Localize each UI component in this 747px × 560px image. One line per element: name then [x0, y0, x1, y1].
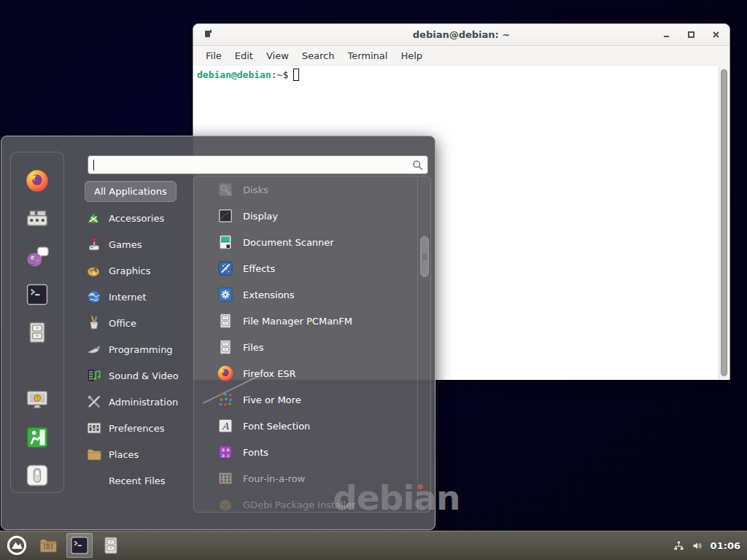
- apps-scrollbar[interactable]: [417, 176, 431, 512]
- app-firefox-esr[interactable]: Firefox ESR: [194, 360, 430, 386]
- effects-icon: [217, 260, 234, 277]
- empty-icon: [86, 472, 102, 489]
- favorite-mixer-button[interactable]: [25, 206, 50, 231]
- category-label: Games: [109, 239, 142, 250]
- menubar-item-file[interactable]: File: [199, 49, 228, 63]
- terminal-scrollbar[interactable]: [719, 66, 729, 379]
- minimize-button[interactable]: [662, 30, 671, 39]
- five-or-more-icon: [217, 391, 234, 408]
- apps-scrollbar-thumb[interactable]: [420, 236, 429, 277]
- prompt-user-host: debian@debian: [197, 69, 271, 80]
- logout-icon: [25, 425, 50, 450]
- app-effects[interactable]: Effects: [194, 255, 430, 281]
- category-games[interactable]: Games: [83, 231, 193, 257]
- category-places[interactable]: Places: [83, 441, 193, 467]
- prompt-colon: :: [271, 69, 277, 80]
- app-label: File Manager PCManFM: [243, 316, 352, 327]
- favorite-files-button[interactable]: [25, 320, 50, 345]
- app-label: Font Selection: [243, 421, 310, 432]
- extensions-icon: [217, 286, 234, 303]
- category-programming[interactable]: Programming: [83, 336, 193, 362]
- prompt-dollar: $: [282, 69, 288, 80]
- app-label: Effects: [243, 263, 275, 274]
- taskbar-menu-launcher-button[interactable]: [4, 533, 30, 558]
- prompt-path: ~: [277, 69, 283, 80]
- taskbar-tray: 01:06: [673, 540, 747, 552]
- app-four-in-a-row[interactable]: Four-in-a-row: [194, 465, 430, 491]
- terminal-cursor: [293, 69, 299, 81]
- app-display[interactable]: Display: [194, 203, 430, 229]
- terminal-menubar: FileEditViewSearchTerminalHelp: [193, 46, 729, 66]
- category-label: Recent Files: [109, 475, 166, 486]
- terminal-scrollbar-thumb[interactable]: [721, 69, 727, 376]
- favorite-logout-button[interactable]: [25, 425, 50, 450]
- category-label: Graphics: [109, 265, 150, 276]
- window-controls: [662, 24, 721, 45]
- app-extensions[interactable]: Extensions: [194, 281, 430, 308]
- category-label: Office: [109, 318, 136, 329]
- app-label: Document Scanner: [243, 237, 334, 248]
- shutdown-icon: [25, 463, 50, 488]
- taskbar: [D] 01:06: [0, 530, 747, 560]
- screensaver-icon: ?: [25, 387, 50, 412]
- search-input[interactable]: [88, 156, 427, 174]
- favorite-screensaver-button[interactable]: ?: [25, 387, 50, 412]
- app-files[interactable]: Files: [194, 334, 430, 360]
- gdebi-icon: [217, 496, 234, 513]
- app-label: Files: [243, 342, 264, 353]
- office-icon: [86, 315, 102, 331]
- app-five-or-more[interactable]: Five or More: [194, 386, 430, 413]
- menubar-item-edit[interactable]: Edit: [228, 49, 260, 63]
- volume-icon[interactable]: [692, 540, 704, 552]
- places-icon: [86, 446, 102, 462]
- all-applications-button[interactable]: All Applications: [85, 181, 177, 202]
- category-accessories[interactable]: Accessories: [83, 205, 193, 231]
- app-label: Extensions: [243, 289, 295, 300]
- taskbar-file-manager-button[interactable]: [D]: [35, 533, 61, 558]
- category-label: Sound & Video: [109, 370, 179, 381]
- category-administration[interactable]: Administration: [83, 389, 193, 415]
- app-gdebi-package-installer[interactable]: GDebi Package Installer: [194, 491, 430, 513]
- search-box: [88, 155, 428, 174]
- menubar-item-view[interactable]: View: [260, 49, 295, 63]
- favorite-shutdown-button[interactable]: [25, 463, 50, 488]
- category-graphics[interactable]: Graphics: [83, 257, 193, 284]
- taskbar-terminal-button[interactable]: [66, 533, 93, 558]
- favorite-firefox-button[interactable]: [25, 168, 50, 193]
- app-fonts[interactable]: aaaaFonts: [194, 439, 430, 465]
- administration-icon: [86, 394, 102, 410]
- menubar-item-terminal[interactable]: Terminal: [341, 49, 394, 63]
- display-icon: [217, 207, 234, 225]
- internet-icon: [86, 289, 102, 305]
- app-font-selection[interactable]: AFont Selection: [194, 413, 430, 439]
- menubar-item-search[interactable]: Search: [295, 49, 341, 63]
- close-button[interactable]: [711, 30, 721, 39]
- maximize-button[interactable]: [686, 30, 696, 39]
- taskbar-files-button[interactable]: [98, 533, 124, 558]
- preferences-icon: [86, 420, 102, 436]
- app-document-scanner[interactable]: Document Scanner: [194, 229, 430, 255]
- taskbar-clock: 01:06: [711, 540, 740, 551]
- category-label: Internet: [109, 292, 147, 303]
- network-icon[interactable]: [673, 540, 685, 552]
- category-office[interactable]: Office: [83, 310, 193, 336]
- category-recent-files[interactable]: Recent Files: [83, 467, 193, 494]
- terminal-titlebar[interactable]: debian@debian: ~: [193, 24, 729, 46]
- category-preferences[interactable]: Preferences: [83, 415, 193, 441]
- app-list: DisksDisplayDocument ScannerEffectsExten…: [194, 176, 430, 513]
- app-file-manager-pcmanfm[interactable]: File Manager PCManFM: [194, 308, 430, 334]
- apps-panel: DisksDisplayDocument ScannerEffectsExten…: [193, 176, 431, 513]
- menubar-item-help[interactable]: Help: [394, 49, 429, 63]
- firefox-icon: [25, 168, 50, 193]
- svg-text:?: ?: [36, 395, 38, 401]
- favorite-terminal-button[interactable]: [25, 282, 50, 307]
- category-internet[interactable]: Internet: [83, 284, 193, 310]
- terminal-prompt: debian@debian:~$: [197, 69, 299, 81]
- window-title: debian@debian: ~: [193, 29, 729, 40]
- app-disks[interactable]: Disks: [194, 176, 430, 203]
- app-label: Five or More: [243, 394, 301, 405]
- favorite-pidgin-button[interactable]: [25, 244, 50, 269]
- category-sound-video[interactable]: Sound & Video: [83, 362, 193, 389]
- favorites-panel: ?: [10, 152, 64, 493]
- folder-icon: [D]: [38, 535, 58, 556]
